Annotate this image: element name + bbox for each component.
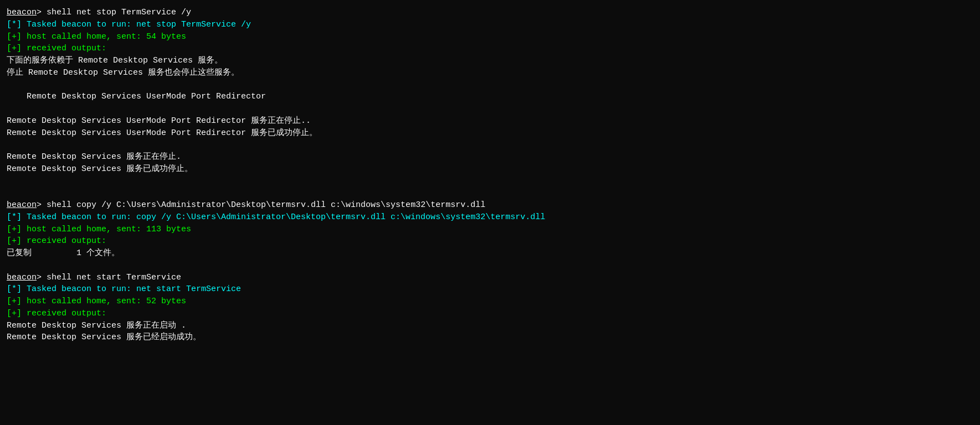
terminal-line: [+] host called home, sent: 54 bytes: [7, 31, 973, 43]
terminal-line: beacon> shell net start TermService: [7, 272, 973, 284]
terminal-line: beacon> shell copy /y C:\Users\Administr…: [7, 199, 973, 211]
terminal-line: Remote Desktop Services UserMode Port Re…: [7, 91, 973, 103]
terminal-line: Remote Desktop Services UserMode Port Re…: [7, 115, 973, 127]
terminal-line: Remote Desktop Services UserMode Port Re…: [7, 127, 973, 139]
terminal-line: 停止 Remote Desktop Services 服务也会停止这些服务。: [7, 67, 973, 79]
terminal-window: beacon> shell net stop TermService /y [*…: [2, 4, 978, 346]
beacon-prompt: beacon: [7, 200, 37, 210]
terminal-blank: [7, 103, 973, 115]
beacon-prompt: beacon: [7, 8, 37, 17]
terminal-line: Remote Desktop Services 服务正在停止.: [7, 151, 973, 163]
terminal-line: 已复制 1 个文件。: [7, 247, 973, 260]
terminal-line: 下面的服务依赖于 Remote Desktop Services 服务。: [7, 55, 973, 67]
terminal-blank: [7, 260, 973, 272]
terminal-line: [*] Tasked beacon to run: net stop TermS…: [7, 19, 973, 31]
terminal-blank: [7, 187, 973, 199]
terminal-line: beacon> shell net stop TermService /y: [7, 7, 973, 19]
terminal-blank: [7, 139, 973, 151]
terminal-line: Remote Desktop Services 服务已经启动成功。: [7, 331, 973, 344]
terminal-line: [+] received output:: [7, 43, 973, 55]
terminal-line: [+] received output:: [7, 308, 973, 320]
terminal-blank: [7, 79, 973, 91]
terminal-line: [+] host called home, sent: 52 bytes: [7, 296, 973, 308]
terminal-line: [+] received output:: [7, 235, 973, 247]
terminal-line: Remote Desktop Services 服务正在启动 .: [7, 320, 973, 332]
beacon-prompt: beacon: [7, 273, 37, 282]
terminal-line: [*] Tasked beacon to run: net start Term…: [7, 283, 973, 296]
terminal-line: Remote Desktop Services 服务已成功停止。: [7, 163, 973, 175]
terminal-line: [*] Tasked beacon to run: copy /y C:\Use…: [7, 211, 973, 224]
terminal-blank: [7, 175, 973, 188]
terminal-line: [+] host called home, sent: 113 bytes: [7, 224, 973, 236]
